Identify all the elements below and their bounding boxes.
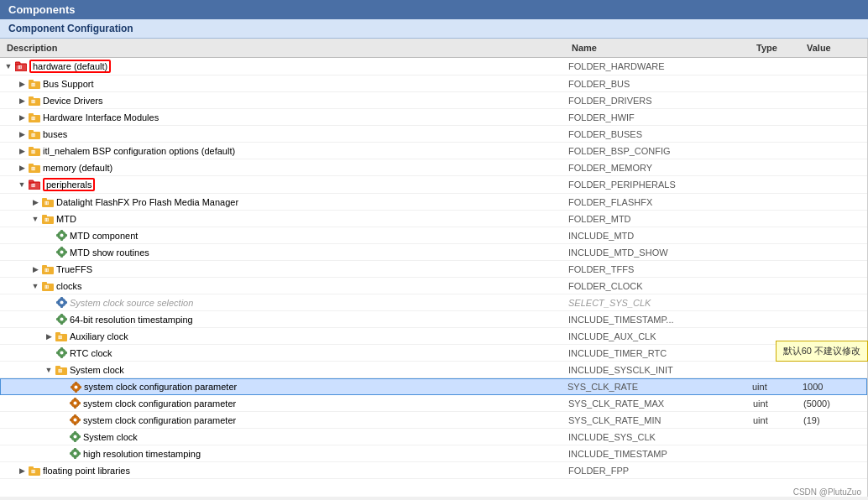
svg-rect-100 [70,453,72,455]
col-headers: Description Name Type Value [0,39,867,58]
tree-cell-name: INCLUDE_TIMESTAMP... [565,313,750,326]
tree-row[interactable]: high resolution timestampingINCLUDE_TIME… [0,445,867,462]
expand-button[interactable]: ▶ [30,197,40,207]
watermark: CSDN @PlutuZuo [793,487,861,497]
tree-row[interactable]: System clock source selectionSELECT_SYS_… [0,294,867,311]
svg-rect-56 [60,314,62,316]
tree-cell-type: uint [750,397,800,410]
tree-cell-value: (5000) [800,397,867,410]
tree-row[interactable]: ▼⊞MTDFOLDER_MTD [0,211,867,227]
svg-point-73 [74,385,77,388]
expand-button[interactable]: ▶ [17,163,27,173]
tree-item-icon: ⊞ [42,280,54,292]
tree-row[interactable]: ▶⊞floating point librariesFOLDER_FPP [0,462,867,479]
tree-cell-value [800,368,867,372]
tree-row[interactable]: system clock configuration parameterSYS_… [0,395,867,412]
tree-cell-type [750,368,800,372]
tree-row[interactable]: ▶⊞Bus SupportFOLDER_BUS [0,76,867,92]
tree-cell-type: uint [749,380,799,393]
svg-point-37 [60,251,63,254]
title-bar: Components [0,0,868,19]
tree-row[interactable]: ▶⊞busesFOLDER_BUSES [0,126,867,143]
tree-cell-description: RTC clock [0,346,565,361]
tree-cell-type [750,268,800,271]
tree-row[interactable]: ▼⊞peripheralsFOLDER_PERIPHERALS [0,176,867,194]
tree-row[interactable]: 64-bit resolution timestampingINCLUDE_TI… [0,311,867,328]
tree-row[interactable]: system clock configuration parameterSYS_… [0,378,867,395]
expand-button[interactable]: ▶ [17,96,27,106]
tree-row[interactable]: MTD show routinesINCLUDE_MTD_SHOW [0,244,867,261]
tree-row[interactable]: ▼⊞hardware (default)FOLDER_HARDWARE [0,58,867,76]
tree-cell-name: INCLUDE_TIMER_RTC [565,346,750,360]
tree-cell-value [800,335,867,338]
tree-cell-type [750,217,800,221]
tree-cell-description: system clock configuration parameter [0,396,565,411]
tree-item-label: high resolution timestamping [83,449,201,459]
tree-cell-value [800,82,867,86]
tree-row[interactable]: ▶⊞Datalight FlashFX Pro Flash Media Mana… [0,194,867,211]
tree-item-icon [69,398,81,409]
tree-row[interactable]: System clockINCLUDE_SYS_CLK [0,429,867,445]
tree-row[interactable]: ▶⊞Hardware Interface ModulesFOLDER_HWIF [0,109,867,126]
svg-rect-58 [56,319,59,320]
expand-button[interactable]: ▼ [44,365,54,375]
expand-button[interactable]: ▼ [30,281,40,291]
tree-row[interactable]: ▼⊞System clockINCLUDE_SYSCLK_INIT [0,362,867,378]
tree-cell-name: FOLDER_TFFS [565,263,750,276]
tree-cell-type [750,469,800,472]
tree-item-label: buses [43,129,67,139]
tree-row[interactable]: ▶⊞Device DriversFOLDER_DRIVERS [0,92,867,109]
svg-point-49 [60,301,63,305]
tree-item-icon [55,247,67,258]
tree-cell-name: INCLUDE_SYS_CLK [565,430,750,444]
tree-item-label: System clock source selection [70,298,193,308]
tree-row[interactable]: ▶⊞memory (default)FOLDER_MEMORY [0,159,867,176]
expand-button[interactable]: ▶ [17,79,27,89]
tree-cell-type: uint [750,414,800,427]
svg-text:⊞: ⊞ [44,268,49,273]
svg-text:⊞: ⊞ [58,335,62,340]
tree-cell-description: ▼⊞clocks [0,279,565,294]
svg-rect-50 [60,297,62,299]
tree-item-icon: ⊞ [29,112,40,123]
svg-rect-40 [56,252,59,253]
tree-item-label: floating point libraries [43,466,130,476]
tree-cell-type [750,435,800,439]
expand-button[interactable]: ▶ [17,112,27,122]
tree-cell-name: SYS_CLK_RATE_MIN [565,414,750,427]
svg-rect-35 [65,235,67,237]
tree-cell-value [800,268,867,271]
tree-row[interactable]: ▼⊞clocksFOLDER_CLOCK [0,278,867,294]
expand-button[interactable]: ▼ [3,61,13,71]
tree-row[interactable]: MTD componentINCLUDE_MTD [0,227,867,244]
tree-cell-description: 64-bit resolution timestamping [0,312,565,327]
tree-item-icon: ⊞ [42,263,54,275]
svg-text:⊞: ⊞ [31,116,35,121]
expand-button[interactable]: ▼ [17,180,27,190]
tree-row[interactable]: ▶⊞TrueFFSFOLDER_TFFS [0,261,867,278]
tree-row[interactable]: system clock configuration parameterSYS_… [0,412,867,429]
tree-item-icon [55,297,67,309]
expand-button[interactable]: ▶ [17,129,27,139]
tree-cell-description: ▶⊞memory (default) [0,160,565,175]
svg-text:⊞: ⊞ [31,469,35,474]
tree-item-label: MTD component [70,231,138,241]
expand-button[interactable]: ▶ [30,264,40,274]
tree-row[interactable]: RTC clockINCLUDE_TIMER_RTC [0,345,867,362]
expand-button[interactable]: ▶ [17,146,27,156]
tree-cell-value [800,452,867,456]
svg-text:⊞: ⊞ [18,65,22,70]
svg-rect-67 [56,352,59,354]
expand-button[interactable]: ▶ [17,466,27,476]
tree-cell-name: FOLDER_CLOCK [565,279,750,293]
tree-cell-type [750,65,800,68]
tree-row[interactable]: ▶⊞itl_nehalem BSP configuration options … [0,143,867,159]
app-title: Components [8,3,75,16]
section-header: Component Configuration [0,19,868,39]
tree-cell-type [750,166,800,169]
tree-cell-name: FOLDER_MEMORY [565,161,750,174]
svg-rect-99 [74,456,76,459]
expand-button[interactable]: ▼ [30,214,40,224]
tree-row[interactable]: ▶⊞Auxiliary clockINCLUDE_AUX_CLK [0,328,867,345]
expand-button[interactable]: ▶ [44,331,54,341]
